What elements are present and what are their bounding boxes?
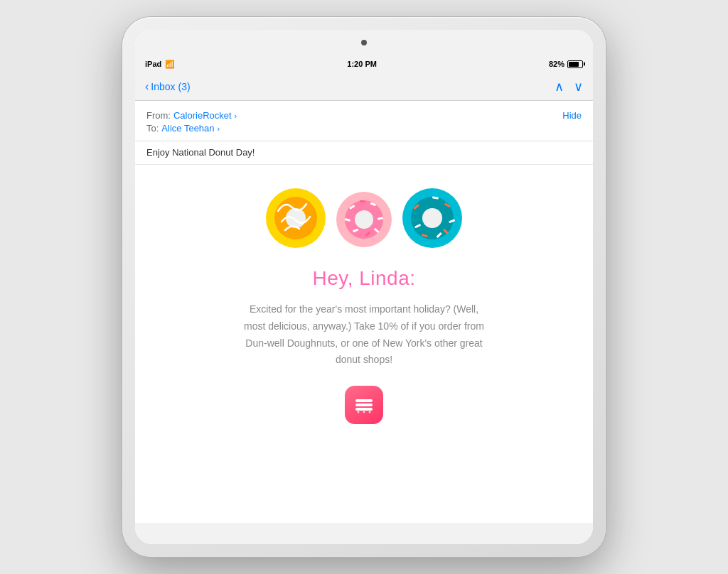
from-chevron-icon: › — [235, 112, 237, 120]
from-row: From: CalorieRocket › Hide — [146, 108, 582, 123]
battery-icon — [567, 60, 583, 68]
ipad-device: iPad 📶 1:20 PM 82% ‹ Inbox (3) ∧ ∨ — [122, 17, 606, 557]
wifi-icon: 📶 — [165, 60, 175, 69]
bottom-bezel — [135, 523, 593, 544]
blue-donut — [400, 186, 464, 250]
email-header: From: CalorieRocket › Hide To: Alice Tee… — [135, 101, 593, 141]
svg-point-30 — [369, 411, 371, 413]
from-label: From: — [146, 110, 171, 121]
status-left: iPad 📶 — [145, 60, 175, 69]
to-chevron-icon: › — [218, 124, 220, 133]
blue-donut-svg — [400, 186, 464, 250]
email-greeting: Hey, Linda: — [146, 267, 582, 290]
email-body: Hey, Linda: Excited for the year's most … — [135, 165, 593, 438]
nav-bar: ‹ Inbox (3) ∧ ∨ — [135, 72, 593, 101]
svg-point-29 — [363, 411, 365, 413]
svg-rect-25 — [355, 399, 373, 402]
up-arrow-button[interactable]: ∧ — [555, 80, 564, 93]
svg-point-5 — [355, 210, 373, 229]
recipient-name[interactable]: Alice Teehan — [161, 123, 214, 134]
status-bar: iPad 📶 1:20 PM 82% — [135, 55, 593, 72]
app-icon-button[interactable] — [345, 386, 383, 424]
pink-donut — [335, 190, 393, 249]
hide-button[interactable]: Hide — [562, 110, 582, 121]
device-name: iPad — [145, 60, 161, 68]
to-label: To: — [146, 123, 159, 134]
time-display: 1:20 PM — [347, 60, 377, 68]
battery-percent: 82% — [549, 60, 564, 68]
down-arrow-button[interactable]: ∨ — [574, 80, 583, 93]
subject-row: Enjoy National Donut Day! — [135, 141, 593, 165]
svg-rect-26 — [355, 404, 373, 406]
battery-fill — [569, 62, 579, 67]
svg-point-16 — [422, 208, 442, 228]
app-icon-svg — [351, 392, 377, 418]
nav-arrows: ∧ ∨ — [555, 80, 583, 93]
ipad-screen: iPad 📶 1:20 PM 82% ‹ Inbox (3) ∧ ∨ — [135, 30, 593, 544]
battery-body — [567, 60, 583, 68]
chevron-left-icon: ‹ — [145, 81, 149, 92]
to-row: To: Alice Teehan › — [146, 123, 582, 134]
yellow-donut-svg — [264, 186, 328, 250]
email-subject: Enjoy National Donut Day! — [146, 147, 255, 158]
pink-donut-svg — [335, 190, 393, 249]
back-button[interactable]: ‹ Inbox (3) — [145, 81, 191, 92]
svg-point-28 — [358, 411, 360, 413]
svg-rect-27 — [355, 408, 373, 411]
camera — [361, 40, 367, 45]
email-body-text: Excited for the year's most important ho… — [243, 301, 485, 369]
top-bezel — [135, 30, 593, 55]
back-label: Inbox (3) — [151, 81, 190, 92]
svg-point-2 — [286, 208, 306, 228]
yellow-donut — [264, 186, 328, 250]
email-area: From: CalorieRocket › Hide To: Alice Tee… — [135, 101, 593, 523]
donuts-illustration — [146, 186, 582, 250]
sender-name[interactable]: CalorieRocket — [173, 110, 232, 121]
status-right: 82% — [549, 60, 583, 68]
